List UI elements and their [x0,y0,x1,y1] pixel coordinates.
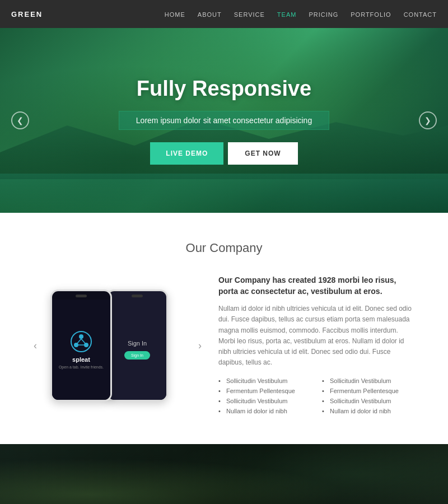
nav-item-contact[interactable]: CONTACT [404,9,437,19]
app-name: spleat [72,356,90,363]
feature-lists: Sollicitudin Vestibulum Fermentum Pellen… [218,376,414,416]
feature-left-2: Fermentum Pellentesque [218,386,311,396]
nav-link-about[interactable]: ABOUT [198,11,222,18]
svg-line-5 [81,339,85,343]
hero-next-button[interactable]: ❯ [419,111,437,129]
dark-section-text: Nunc velit risus, dapibus non interdum q… [0,501,448,504]
carousel-next-button[interactable]: › [198,340,202,352]
phone-notch-2 [132,295,143,297]
company-text: Our Company has created 1928 morbi leo r… [218,275,414,416]
nav-link-portfolio[interactable]: PORTFOLIO [351,11,391,18]
nav-link-pricing[interactable]: PRICING [309,11,338,18]
nav-link-team[interactable]: TEAM [277,11,297,18]
chevron-left-icon: ❮ [17,116,24,125]
get-now-button[interactable]: GET NOW [228,142,297,165]
brand: GREEN [11,10,43,18]
phone-screen-2: Sign In Sign In [108,300,166,400]
nav-link-service[interactable]: SERVICE [234,11,265,18]
phone-screen-1: spleat Open a tab. Invite friends. [52,300,110,400]
feature-list-left: Sollicitudin Vestibulum Fermentum Pellen… [218,376,311,416]
feature-right-2: Fermentum Pellentesque [322,386,414,396]
hero-subtitle: Lorem ipsum dolor sit amet consectetur a… [119,111,329,130]
carousel-prev-button[interactable]: ‹ [34,340,37,352]
live-demo-button[interactable]: LIVE DEMO [150,142,223,165]
company-content: ‹ spleat Open a tab. In [34,275,414,416]
svg-line-4 [77,339,81,343]
section-title: Our Company [34,241,414,255]
chevron-right-icon: ❯ [424,116,431,125]
feature-list-right: Sollicitudin Vestibulum Fermentum Pellen… [322,376,414,416]
nav-item-home[interactable]: HOME [165,9,185,19]
company-images: ‹ spleat Open a tab. In [34,278,202,413]
feature-right-4: Nullam id dolor id nibh [322,406,414,416]
dark-section: Nunc velit risus, dapibus non interdum q… [0,444,448,504]
company-section: Our Company ‹ [0,213,448,444]
nav-item-about[interactable]: ABOUT [198,9,222,19]
nav-list: HOME ABOUT SERVICE TEAM PRICING PORTFOLI… [165,9,437,19]
dark-section-background [0,444,448,504]
company-heading: Our Company has created 1928 morbi leo r… [218,275,414,297]
signin-label: Sign In [128,340,147,347]
nav-item-pricing[interactable]: PRICING [309,9,338,19]
feature-left-1: Sollicitudin Vestibulum [218,376,311,386]
nav-item-service[interactable]: SERVICE [234,9,265,19]
hero-section: ❮ Fully Responsive Lorem ipsum dolor sit… [0,28,448,213]
feature-left-3: Sollicitudin Vestibulum [218,396,311,406]
company-body: Nullam id dolor id nibh ultricies vehicu… [218,304,414,368]
hero-buttons: LIVE DEMO GET NOW [119,142,329,165]
hero-content: Fully Responsive Lorem ipsum dolor sit a… [119,77,329,165]
svg-point-1 [79,334,83,339]
phone-mockup-1: spleat Open a tab. Invite friends. [50,290,112,402]
hero-water-shape [0,174,448,213]
spleat-logo-icon [70,330,92,353]
nav-link-contact[interactable]: CONTACT [404,11,437,18]
feature-right-3: Sollicitudin Vestibulum [322,396,414,406]
app-tagline: Open a tab. Invite friends. [59,365,104,369]
navbar: GREEN HOME ABOUT SERVICE TEAM PRICING PO… [0,0,448,28]
nav-item-team[interactable]: TEAM [277,9,297,19]
hero-prev-button[interactable]: ❮ [11,111,29,129]
phone-button: Sign In [124,351,150,360]
phone-mockup-2: Sign In Sign In [106,290,168,402]
hero-title: Fully Responsive [119,77,329,101]
phone-notch-1 [76,295,87,297]
feature-right-1: Sollicitudin Vestibulum [322,376,414,386]
feature-left-4: Nullam id dolor id nibh [218,406,311,416]
nav-item-portfolio[interactable]: PORTFOLIO [351,9,391,19]
nav-link-home[interactable]: HOME [165,11,185,18]
